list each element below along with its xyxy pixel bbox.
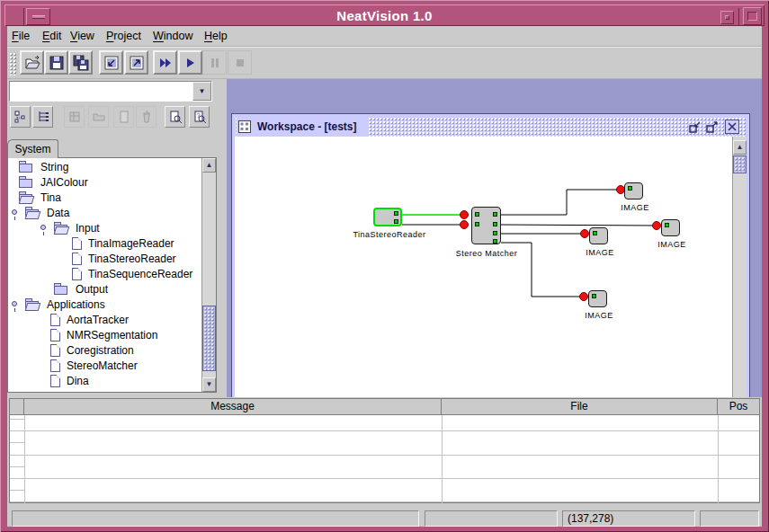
menu-file[interactable]: File [12, 26, 30, 47]
output-port[interactable] [394, 219, 398, 224]
new-folder-button[interactable] [88, 106, 109, 128]
class-tree-panel: String JAIColour Tina Data Input TinaIma… [7, 157, 217, 393]
dropdown-arrow-icon[interactable]: ▼ [192, 82, 211, 101]
grid-line [24, 415, 25, 503]
tree-item-tinaimagereader[interactable]: TinaImageReader [8, 236, 201, 252]
doc-search-icon [168, 110, 183, 124]
output-port[interactable] [493, 212, 497, 217]
window-titlebar[interactable]: NeatVision 1.0 [4, 4, 765, 26]
document-icon [50, 329, 60, 341]
workspace-scrollbar[interactable]: ▲ [732, 137, 747, 397]
input-port[interactable] [592, 294, 596, 298]
workspace-titlebar[interactable]: Workspace - [tests] [235, 117, 747, 137]
run-button[interactable] [178, 50, 202, 75]
tree-item-nmrsegmentation[interactable]: NMRSegmentation [8, 328, 201, 343]
output-port[interactable] [493, 239, 497, 244]
menu-view[interactable]: View [70, 26, 94, 47]
tree-item-jaicolour[interactable]: JAIColour [8, 175, 201, 191]
column-header-message[interactable]: Message [24, 399, 442, 415]
svg-text:?: ? [196, 112, 200, 119]
output-port[interactable] [394, 211, 398, 216]
node-tinastereoreader[interactable] [373, 208, 402, 226]
search-docs-button[interactable] [165, 106, 185, 128]
tree-item-applications[interactable]: Applications [8, 297, 201, 313]
tree-item-output[interactable]: Output [8, 282, 201, 297]
expand-knob-icon[interactable] [40, 225, 46, 230]
expand-knob-icon[interactable] [12, 209, 17, 215]
workspace-scrollbar-thumb[interactable] [733, 155, 747, 173]
scroll-up-icon[interactable]: ▲ [733, 140, 747, 155]
input-port[interactable] [475, 222, 479, 226]
stop-button[interactable] [228, 50, 252, 75]
menu-window[interactable]: Window [153, 26, 192, 47]
tree-scrollbar[interactable]: ▲ ▼ [201, 158, 216, 392]
tree-scrollbar-thumb[interactable] [202, 306, 216, 371]
restore-workspace-button[interactable] [99, 50, 123, 75]
frame-minimize-button[interactable] [689, 120, 703, 134]
delete-button[interactable] [136, 106, 156, 128]
node-image-3[interactable] [589, 227, 608, 244]
frame-close-button[interactable] [725, 120, 739, 134]
pause-button[interactable] [202, 50, 227, 75]
expand-workspace-button[interactable] [124, 50, 148, 75]
new-document-button[interactable] [113, 106, 134, 128]
list-view-button[interactable] [32, 106, 53, 128]
components-button[interactable] [64, 106, 85, 128]
tree-item-aortatracker[interactable]: AortaTracker [8, 313, 201, 328]
scroll-up-icon[interactable]: ▲ [202, 158, 216, 173]
tree-item-dina[interactable]: Dina [8, 374, 201, 389]
window-maximize-button[interactable] [743, 7, 762, 25]
node-image-4[interactable] [588, 290, 607, 307]
output-port[interactable] [493, 231, 497, 235]
save-button[interactable] [44, 50, 68, 75]
menu-project[interactable]: Project [106, 26, 141, 47]
tree-item-data[interactable]: Data [8, 206, 201, 221]
tree-item-coregistration[interactable]: Coregistration [8, 343, 201, 359]
class-search-combobox[interactable]: ▼ [9, 81, 212, 102]
save-all-button[interactable] [68, 50, 93, 75]
document-icon [50, 375, 60, 387]
menu-help[interactable]: Help [204, 26, 228, 47]
output-port[interactable] [493, 222, 497, 226]
menu-edit[interactable]: Edit [42, 26, 62, 47]
run-all-button[interactable] [153, 50, 177, 75]
tree-item-input[interactable]: Input [8, 221, 201, 236]
tree-view-button[interactable] [10, 106, 31, 128]
document-icon [72, 237, 82, 250]
node-image-1[interactable] [624, 182, 643, 200]
input-port[interactable] [665, 223, 669, 227]
save-icon [48, 54, 66, 72]
grid-line [24, 501, 759, 502]
workspace-canvas[interactable]: TinaStereoReader Stereo Matcher [235, 137, 732, 397]
tree-item-string[interactable]: String [8, 160, 201, 175]
column-header-file[interactable]: File [442, 399, 718, 415]
column-header-pos[interactable]: Pos [718, 399, 759, 415]
open-button[interactable] [20, 50, 44, 75]
input-port[interactable] [628, 186, 632, 191]
help-search-button[interactable]: ? [189, 106, 210, 128]
node-image-2[interactable] [661, 219, 680, 236]
tree-item-tina[interactable]: Tina [8, 191, 201, 206]
input-port[interactable] [475, 212, 479, 217]
document-icon [50, 314, 60, 326]
status-panel-2 [425, 510, 558, 527]
tree-item-tinastereoreader[interactable]: TinaStereoReader [8, 252, 201, 267]
scroll-down-icon[interactable]: ▼ [202, 377, 216, 392]
grid-line [10, 419, 24, 420]
workspace-icon [238, 120, 251, 133]
tree-item-tinasequencereader[interactable]: TinaSequenceReader [8, 267, 201, 282]
folder-closed-icon [54, 286, 67, 295]
input-port[interactable] [593, 231, 597, 235]
node-stereo-matcher[interactable] [471, 207, 501, 244]
toolbar [7, 47, 762, 79]
expand-knob-icon[interactable] [12, 301, 17, 306]
tree-item-stereomatcher[interactable]: StereoMatcher [8, 359, 201, 374]
frame-maximize-button[interactable] [706, 120, 720, 134]
grid-line [10, 455, 24, 456]
toolbar-grip[interactable] [9, 52, 16, 75]
tab-system[interactable]: System [7, 139, 58, 158]
grid-line [10, 430, 24, 431]
window-menu-button[interactable] [26, 8, 50, 25]
class-search-input[interactable] [11, 83, 192, 100]
window-minimize-button[interactable] [720, 11, 734, 24]
